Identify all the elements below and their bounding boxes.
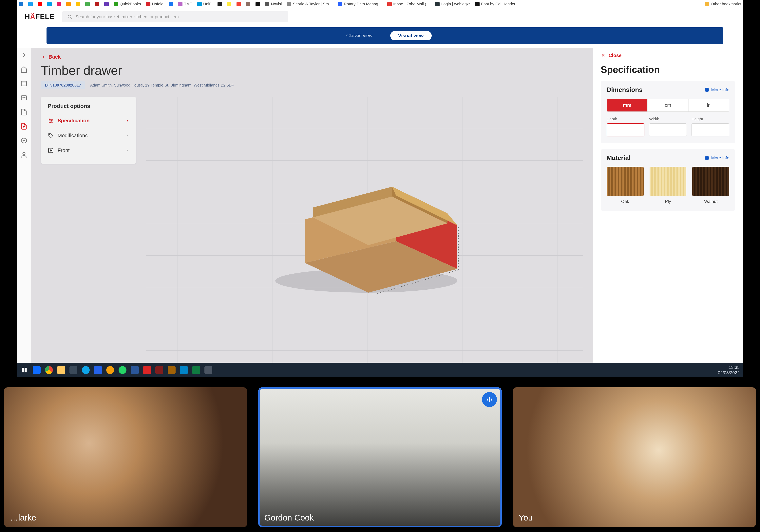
sliders-icon — [48, 118, 54, 124]
global-search[interactable]: Search for your basket, mixer kitchen, o… — [62, 11, 288, 23]
bookmark-item[interactable] — [246, 2, 250, 6]
chevron-right-icon[interactable] — [21, 51, 27, 59]
mail-icon[interactable] — [21, 94, 27, 101]
bookmark-item[interactable]: Inbox - Zoho Mail (… — [387, 2, 430, 6]
participant-name-2: Gordon Cook — [264, 513, 314, 522]
dimensions-heading: Dimensions — [607, 86, 642, 93]
product-viewer[interactable] — [146, 97, 583, 371]
favicon-icon — [178, 2, 182, 6]
bookmark-item[interactable]: Login | webiogxr — [435, 2, 470, 6]
participant-tile-2[interactable]: Gordon Cook — [258, 387, 501, 527]
taskbar-app-5[interactable] — [82, 366, 90, 374]
material-more-info[interactable]: i More info — [705, 155, 729, 161]
taskbar-app-onenote[interactable] — [205, 366, 213, 374]
bookmark-item[interactable] — [19, 2, 23, 6]
material-oak[interactable]: Oak — [607, 167, 643, 204]
taskbar-app-6[interactable] — [94, 366, 102, 374]
bookmark-item[interactable] — [28, 2, 33, 6]
bookmark-item[interactable] — [47, 2, 52, 6]
bookmark-item[interactable]: TMF — [178, 2, 192, 6]
taskbar-app-word[interactable] — [131, 366, 139, 374]
start-button[interactable] — [21, 366, 28, 374]
bookmark-label: TMF — [184, 2, 192, 6]
taskbar-app-12[interactable] — [167, 366, 175, 374]
width-input[interactable] — [649, 123, 687, 136]
close-label: Close — [609, 53, 621, 58]
material-ply[interactable]: Ply — [649, 167, 687, 204]
dimensions-more-info[interactable]: i More info — [705, 87, 729, 92]
option-specification[interactable]: Specification — [41, 113, 136, 128]
back-label: Back — [48, 54, 61, 60]
taskbar-app-whatsapp[interactable] — [119, 366, 126, 374]
pdf-icon[interactable] — [21, 123, 27, 130]
clock-date: 02/03/2022 — [718, 370, 739, 376]
bookmark-item[interactable] — [104, 2, 109, 6]
material-walnut[interactable]: Walnut — [692, 167, 729, 204]
bookmark-item[interactable] — [95, 2, 99, 6]
user-icon[interactable] — [21, 151, 27, 158]
option-label: Modifications — [58, 132, 88, 139]
product-options-heading: Product options — [41, 103, 136, 113]
bookmark-item[interactable]: Font by Cal Hender… — [475, 2, 519, 6]
plus-sq-icon — [48, 148, 54, 154]
taskbar-app-explorer[interactable] — [57, 366, 65, 374]
home-icon[interactable] — [21, 66, 27, 73]
favicon-icon — [85, 2, 90, 6]
bookmark-item[interactable]: Hafele — [146, 2, 164, 6]
height-input[interactable] — [691, 123, 729, 136]
material-options: OakPlyWalnut — [607, 167, 729, 204]
bookmark-item[interactable] — [237, 2, 241, 6]
orders-icon[interactable] — [21, 80, 27, 87]
order-ref-pill[interactable]: BT31007020028017 — [41, 81, 85, 89]
taskbar-app-10[interactable] — [143, 366, 151, 374]
bookmark-item[interactable] — [168, 2, 173, 6]
unit-cm[interactable]: cm — [647, 99, 689, 112]
unit-in[interactable]: in — [689, 99, 729, 112]
dimensions-card: Dimensions i More info mmcmin Depth Widt… — [601, 81, 735, 143]
other-bookmarks[interactable]: Other bookmarks — [705, 2, 741, 6]
bookmark-item[interactable]: Novisi — [265, 2, 282, 6]
participant-tile-self[interactable]: You — [513, 387, 756, 527]
bookmark-item[interactable] — [38, 2, 42, 6]
bookmark-item[interactable] — [76, 2, 80, 6]
taskbar-app-1[interactable] — [33, 366, 41, 374]
option-modifications[interactable]: Modifications — [41, 128, 136, 143]
bookmark-item[interactable]: Rotary Data Manag… — [338, 2, 382, 6]
bookmark-item[interactable] — [227, 2, 231, 6]
favicon-icon — [168, 2, 173, 6]
material-label: Walnut — [704, 199, 718, 204]
option-front[interactable]: Front — [41, 143, 136, 158]
favicon-icon — [256, 2, 260, 6]
taskbar-app-4[interactable] — [70, 366, 77, 374]
close-panel-button[interactable]: Close — [601, 53, 735, 58]
bookmark-item[interactable]: Searle & Taylor | Sm… — [287, 2, 333, 6]
bookmark-item[interactable] — [217, 2, 222, 6]
back-link[interactable]: Back — [41, 54, 583, 60]
favicon-icon — [237, 2, 241, 6]
app-header: HÄFELE Search for your basket, mixer kit… — [17, 8, 743, 25]
package-icon[interactable] — [21, 137, 27, 144]
unit-mm[interactable]: mm — [607, 99, 647, 112]
taskbar-app-excel[interactable] — [192, 366, 200, 374]
bookmark-item[interactable] — [85, 2, 90, 6]
taskbar-app-wifi[interactable] — [180, 366, 188, 374]
material-swatch — [649, 167, 687, 196]
speaking-indicator-icon — [482, 392, 497, 407]
bookmark-item[interactable]: QuickBooks — [114, 2, 141, 6]
bookmark-item[interactable] — [256, 2, 260, 6]
bookmark-item[interactable]: UniFi — [197, 2, 213, 6]
bookmark-item[interactable] — [66, 2, 71, 6]
taskbar-clock[interactable]: 13:35 02/03/2022 — [718, 365, 739, 376]
taskbar-app-search[interactable] — [106, 366, 114, 374]
bookmark-item[interactable] — [57, 2, 61, 6]
classic-view-tab[interactable]: Classic view — [338, 31, 380, 40]
document-icon[interactable] — [21, 109, 27, 116]
participant-tile-1[interactable]: …larke — [4, 387, 247, 527]
content-row: Product options SpecificationModificatio… — [41, 97, 583, 371]
favicon-icon — [338, 2, 342, 6]
taskbar-app-chrome[interactable] — [45, 366, 53, 374]
depth-input[interactable] — [607, 123, 644, 136]
taskbar-app-11[interactable] — [155, 366, 163, 374]
visual-view-tab[interactable]: Visual view — [390, 31, 432, 40]
favicon-icon — [475, 2, 480, 6]
